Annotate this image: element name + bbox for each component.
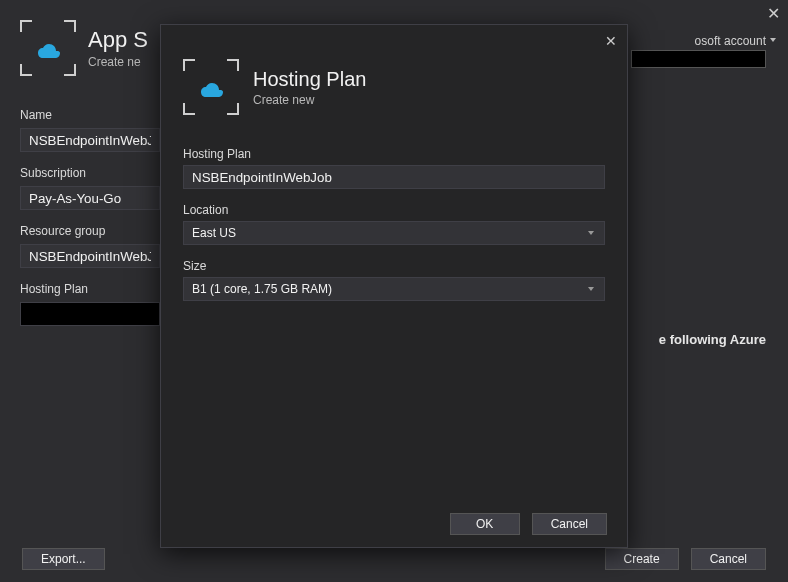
chevron-down-icon: [770, 38, 776, 42]
dialog-title: Hosting Plan: [253, 68, 366, 91]
dialog-body: Hosting Plan Location East US Size B1 (1…: [161, 131, 627, 501]
chevron-down-icon: [588, 231, 594, 235]
parent-subtitle: Create ne: [88, 55, 148, 69]
parent-button-row: Export... Create Cancel: [0, 548, 788, 570]
size-select[interactable]: B1 (1 core, 1.75 GB RAM): [183, 277, 605, 301]
size-label: Size: [183, 259, 605, 273]
export-button[interactable]: Export...: [22, 548, 105, 570]
close-icon[interactable]: ✕: [605, 33, 617, 49]
account-area[interactable]: osoft account: [631, 34, 766, 68]
hosting-plan-icon: [183, 59, 239, 115]
location-value: East US: [192, 226, 236, 240]
create-button[interactable]: Create: [605, 548, 679, 570]
hosting-plan-name-label: Hosting Plan: [183, 147, 605, 161]
cancel-button[interactable]: Cancel: [532, 513, 607, 535]
cloud-icon: [32, 37, 64, 59]
resource-group-input[interactable]: [20, 244, 160, 268]
location-label: Location: [183, 203, 605, 217]
location-select[interactable]: East US: [183, 221, 605, 245]
hosting-plan-value-redacted[interactable]: [20, 302, 160, 326]
app-service-icon: [20, 20, 76, 76]
dialog-footer: OK Cancel: [161, 501, 627, 547]
cancel-button[interactable]: Cancel: [691, 548, 766, 570]
account-label: osoft account: [695, 34, 766, 48]
cloud-icon: [195, 76, 227, 98]
parent-title: App S: [88, 27, 148, 53]
name-input[interactable]: [20, 128, 160, 152]
size-value: B1 (1 core, 1.75 GB RAM): [192, 282, 332, 296]
hosting-plan-name-input[interactable]: [183, 165, 605, 189]
dialog-subtitle: Create new: [253, 93, 366, 107]
chevron-down-icon: [588, 287, 594, 291]
hosting-plan-dialog: ✕ Hosting Plan Create new Hosting Plan L…: [160, 24, 628, 548]
close-icon[interactable]: ✕: [767, 4, 780, 23]
subscription-input[interactable]: [20, 186, 160, 210]
right-info-text: e following Azure: [659, 332, 766, 347]
dialog-header: Hosting Plan Create new: [161, 25, 627, 131]
account-value-redacted: [631, 50, 766, 68]
ok-button[interactable]: OK: [450, 513, 520, 535]
